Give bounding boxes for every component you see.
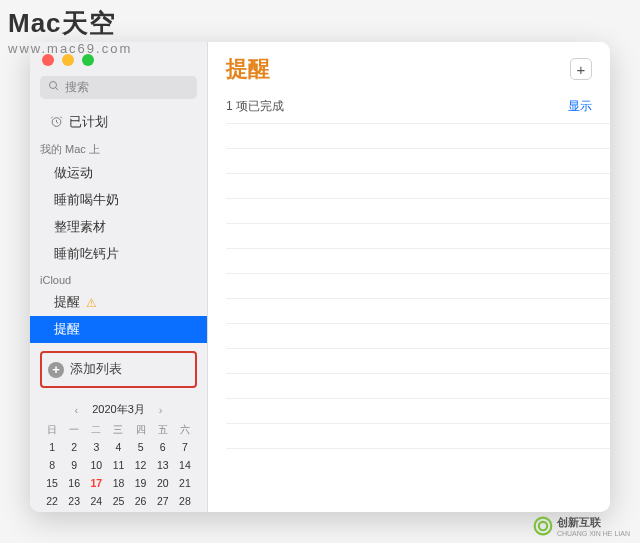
scheduled-row[interactable]: 已计划 (30, 109, 207, 136)
calendar-day[interactable]: 8 (42, 457, 62, 473)
alarm-icon (50, 115, 63, 131)
watermark-sub: www.mac69.com (8, 41, 132, 56)
calendar-day[interactable]: 14 (175, 457, 195, 473)
calendar-day[interactable]: 19 (131, 475, 151, 491)
calendar-day[interactable]: 13 (153, 457, 173, 473)
calendar-day[interactable]: 12 (131, 457, 151, 473)
add-list-button[interactable]: + 添加列表 (40, 351, 197, 388)
calendar-title: 2020年3月 (92, 402, 145, 417)
calendar-day[interactable]: 29 (42, 511, 62, 512)
svg-line-6 (60, 116, 62, 118)
calendar-day[interactable]: 3 (86, 439, 106, 455)
calendar-day[interactable]: 4 (175, 511, 195, 512)
add-reminder-button[interactable]: + (570, 58, 592, 80)
calendar-day[interactable]: 22 (42, 493, 62, 509)
calendar-day[interactable]: 3 (153, 511, 173, 512)
sidebar-item-local-1[interactable]: 睡前喝牛奶 (30, 187, 207, 214)
logo-icon (533, 516, 553, 536)
plus-circle-icon: + (48, 362, 64, 378)
calendar-day[interactable]: 6 (153, 439, 173, 455)
calendar-day[interactable]: 10 (86, 457, 106, 473)
calendar-dow: 五 (153, 423, 173, 437)
scheduled-label: 已计划 (69, 114, 108, 131)
main-title: 提醒 (226, 54, 270, 84)
calendar-day[interactable]: 21 (175, 475, 195, 491)
watermark-top: Mac天空 www.mac69.com (8, 6, 132, 56)
sidebar-item-icloud-0[interactable]: 提醒 ⚠ (30, 289, 207, 316)
calendar-day[interactable]: 18 (108, 475, 128, 491)
watermark-title: Mac天空 (8, 6, 132, 41)
calendar-day[interactable]: 11 (108, 457, 128, 473)
calendar-day[interactable]: 9 (64, 457, 84, 473)
search-icon (48, 80, 60, 95)
calendar-day[interactable]: 30 (64, 511, 84, 512)
sidebar-item-icloud-1[interactable]: 提醒 (30, 316, 207, 343)
sidebar-item-local-0[interactable]: 做运动 (30, 160, 207, 187)
calendar-day[interactable]: 27 (153, 493, 173, 509)
main-pane: 提醒 + 1 项已完成 显示 (208, 42, 610, 512)
svg-line-5 (51, 116, 53, 118)
calendar-day[interactable]: 1 (42, 439, 62, 455)
section-local-title: 我的 Mac 上 (30, 136, 207, 160)
calendar-day[interactable]: 31 (86, 511, 106, 512)
calendar-day[interactable]: 2 (64, 439, 84, 455)
svg-point-8 (539, 522, 547, 530)
calendar-dow: 六 (175, 423, 195, 437)
calendar-day[interactable]: 26 (131, 493, 151, 509)
sidebar: 搜索 已计划 我的 Mac 上 做运动 睡前喝牛奶 整理素材 睡前吃钙片 iCl… (30, 42, 208, 512)
calendar-day[interactable]: 20 (153, 475, 173, 491)
calendar-dow: 一 (64, 423, 84, 437)
sidebar-item-local-2[interactable]: 整理素材 (30, 214, 207, 241)
calendar-day[interactable]: 5 (131, 439, 151, 455)
calendar-day[interactable]: 23 (64, 493, 84, 509)
calendar: ‹ 2020年3月 › 日一二三四五六123456789101112131415… (30, 396, 207, 512)
add-list-label: 添加列表 (70, 361, 122, 378)
calendar-day[interactable]: 7 (175, 439, 195, 455)
show-completed-link[interactable]: 显示 (568, 98, 592, 115)
watermark-bottom: 创新互联 CHUANG XIN HE LIAN (533, 515, 630, 537)
calendar-day[interactable]: 2 (131, 511, 151, 512)
calendar-day[interactable]: 28 (175, 493, 195, 509)
warning-icon: ⚠ (86, 296, 97, 310)
svg-point-0 (50, 82, 57, 89)
search-placeholder: 搜索 (65, 79, 89, 96)
calendar-day[interactable]: 25 (108, 493, 128, 509)
calendar-prev-button[interactable]: ‹ (71, 404, 83, 416)
sidebar-item-local-3[interactable]: 睡前吃钙片 (30, 241, 207, 268)
calendar-day[interactable]: 15 (42, 475, 62, 491)
calendar-dow: 二 (86, 423, 106, 437)
calendar-dow: 四 (131, 423, 151, 437)
calendar-day[interactable]: 17 (86, 475, 106, 491)
calendar-day[interactable]: 4 (108, 439, 128, 455)
calendar-next-button[interactable]: › (155, 404, 167, 416)
calendar-day[interactable]: 24 (86, 493, 106, 509)
section-icloud-title: iCloud (30, 268, 207, 289)
search-input[interactable]: 搜索 (40, 76, 197, 99)
svg-line-1 (56, 88, 59, 91)
calendar-day[interactable]: 16 (64, 475, 84, 491)
completed-status: 1 项已完成 (226, 98, 284, 115)
calendar-day[interactable]: 1 (108, 511, 128, 512)
svg-line-4 (57, 122, 59, 123)
calendar-dow: 三 (108, 423, 128, 437)
calendar-dow: 日 (42, 423, 62, 437)
svg-point-7 (535, 518, 552, 535)
reminder-list-area[interactable] (208, 123, 610, 512)
app-window: 搜索 已计划 我的 Mac 上 做运动 睡前喝牛奶 整理素材 睡前吃钙片 iCl… (30, 42, 610, 512)
